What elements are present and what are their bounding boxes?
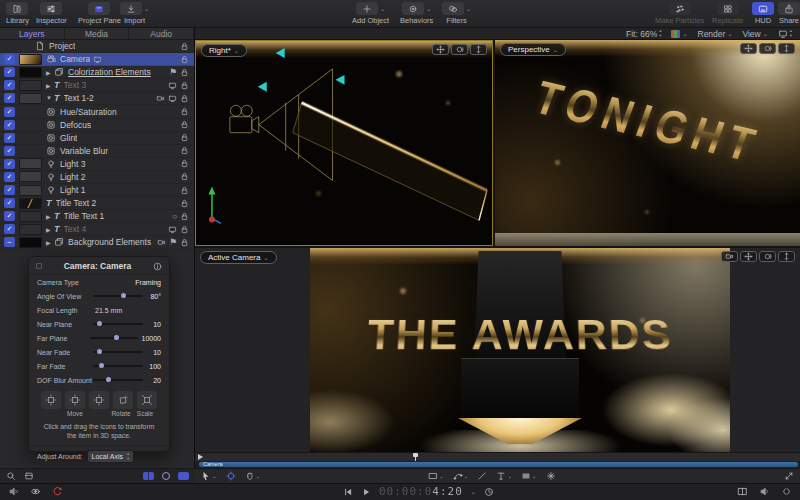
disclosure-right-icon[interactable]: ▶ xyxy=(46,82,54,89)
lock-icon[interactable] xyxy=(180,120,189,129)
viewport-right[interactable]: Right*⌄ xyxy=(195,40,493,246)
scale-tool[interactable] xyxy=(137,391,157,409)
slider[interactable] xyxy=(93,379,143,381)
layer-row-text-4[interactable]: ✓▶TText 4 xyxy=(0,223,194,236)
previous-frame-button[interactable] xyxy=(343,487,353,497)
camera-overlay-button[interactable] xyxy=(721,251,738,262)
disclosure-down-icon[interactable]: ▼ xyxy=(46,95,54,101)
rectangle-tool[interactable]: ⌄ xyxy=(428,471,444,481)
select-tool[interactable]: ⌄ xyxy=(201,471,217,481)
move-xy-tool[interactable] xyxy=(41,391,61,409)
show-shape-layers-toggle[interactable] xyxy=(162,472,170,480)
slider[interactable] xyxy=(93,351,143,353)
replicate-button[interactable]: Replicate xyxy=(712,2,743,25)
lock-icon[interactable] xyxy=(180,199,189,208)
lock-icon[interactable] xyxy=(180,172,189,181)
adjust-item-tool[interactable] xyxy=(546,471,556,481)
lock-icon[interactable] xyxy=(180,225,189,234)
layer-row-project[interactable]: Project xyxy=(0,40,194,53)
layer-checkbox[interactable]: ✓ xyxy=(4,146,15,156)
layer-row-light-1[interactable]: ✓Light 1 xyxy=(0,184,194,197)
pan-view-button[interactable] xyxy=(432,44,449,55)
move-xz-tool[interactable] xyxy=(65,391,85,409)
bezier-tool[interactable]: ⌄ xyxy=(453,471,469,481)
share-button[interactable]: Share xyxy=(778,2,800,25)
view-select-active-camera[interactable]: Active Camera⌄ xyxy=(200,251,277,264)
rotate-tool[interactable] xyxy=(113,391,133,409)
circle-icon[interactable]: ○ xyxy=(172,211,177,221)
library-button[interactable]: Library xyxy=(6,2,29,25)
layer-row-title-text-1[interactable]: ✓▶TTitle Text 1○ xyxy=(0,210,194,223)
viewport-active-camera[interactable]: THE AWARDS Active Camera⌄ xyxy=(195,248,800,452)
orbit-view-button[interactable] xyxy=(759,251,776,262)
layer-checkbox[interactable]: ✓ xyxy=(4,80,15,90)
pan-view-button[interactable] xyxy=(740,251,757,262)
layer-row-defocus[interactable]: ✓Defocus xyxy=(0,119,194,132)
dolly-view-button[interactable] xyxy=(778,43,795,54)
layer-row-background-elements[interactable]: –▶Background Elements⚑ xyxy=(0,236,194,249)
slider[interactable] xyxy=(90,337,137,339)
layer-checkbox[interactable]: ✓ xyxy=(4,54,15,64)
dolly-view-button[interactable] xyxy=(470,44,487,55)
mute-icon[interactable] xyxy=(8,486,19,497)
fit-zoom-menu[interactable]: Fit: 66%▴▾ xyxy=(626,29,661,39)
viewport-perspective[interactable]: TONIGHT Perspective⌄ xyxy=(495,40,800,246)
mask-tool[interactable]: ⌄ xyxy=(521,471,537,481)
lock-icon[interactable] xyxy=(180,42,189,51)
tab-audio[interactable]: Audio xyxy=(129,28,194,39)
flag-icon[interactable]: ⚑ xyxy=(169,67,177,77)
lock-icon[interactable] xyxy=(180,81,189,90)
layer-checkbox[interactable]: ✓ xyxy=(4,93,15,103)
view-menu[interactable]: View⌄ xyxy=(742,29,767,39)
import-button[interactable]: ⌄Import xyxy=(120,2,149,25)
lock-icon[interactable] xyxy=(180,186,189,195)
layer-checkbox[interactable]: ✓ xyxy=(4,133,15,143)
slider[interactable] xyxy=(93,365,143,367)
tab-media[interactable]: Media xyxy=(65,28,130,39)
display-menu[interactable]: ▴▾ xyxy=(778,29,792,39)
lock-icon[interactable] xyxy=(180,133,189,142)
slider[interactable] xyxy=(93,295,143,297)
show-audio-icon[interactable] xyxy=(759,486,770,497)
lock-icon[interactable] xyxy=(180,159,189,168)
layer-row-colorization-elements[interactable]: ✓▶Colorization Elements⚑ xyxy=(0,66,194,79)
show-timing-icon[interactable] xyxy=(781,486,792,497)
layer-row-text-3[interactable]: ✓▶TText 3 xyxy=(0,79,194,92)
clock-icon[interactable] xyxy=(484,487,494,497)
layer-row-glint[interactable]: ✓Glint xyxy=(0,132,194,145)
adjust-around-select[interactable]: Local Axis▴▾ xyxy=(87,450,135,463)
orbit-playback-icon[interactable] xyxy=(30,486,41,497)
flag-icon[interactable]: ⚑ xyxy=(169,237,177,247)
adjust-3d-tool[interactable] xyxy=(226,471,236,481)
layer-row-variable-blur[interactable]: ✓Variable Blur xyxy=(0,145,194,158)
play-button[interactable] xyxy=(361,487,371,497)
text-tool[interactable]: ⌄ xyxy=(496,471,512,481)
line-tool[interactable] xyxy=(477,471,487,481)
search-icon[interactable] xyxy=(6,471,16,481)
display-icon[interactable] xyxy=(168,225,177,234)
layer-checkbox[interactable]: ✓ xyxy=(4,211,15,221)
layer-checkbox[interactable]: ✓ xyxy=(4,198,15,208)
loop-record-icon[interactable] xyxy=(52,486,63,497)
camtiny-icon[interactable] xyxy=(157,238,166,247)
make-particles-button[interactable]: Make Particles xyxy=(655,2,704,25)
layer-checkbox[interactable]: ✓ xyxy=(4,107,15,117)
layer-row-light-3[interactable]: ✓Light 3 xyxy=(0,158,194,171)
camtiny-icon[interactable] xyxy=(156,94,165,103)
chevron-down-icon[interactable]: ⌄ xyxy=(471,489,476,495)
layer-checkbox[interactable]: ✓ xyxy=(4,185,15,195)
show-group-layers-toggle[interactable] xyxy=(178,472,189,480)
lock-icon[interactable] xyxy=(180,238,189,247)
layer-checkbox[interactable]: – xyxy=(4,237,15,247)
render-menu[interactable]: Render⌄ xyxy=(698,29,733,39)
popup-value[interactable]: Framing xyxy=(135,279,161,286)
disclosure-right-icon[interactable]: ▶ xyxy=(46,69,54,76)
layer-row-light-2[interactable]: ✓Light 2 xyxy=(0,171,194,184)
lock-icon[interactable] xyxy=(180,68,189,77)
view-select-perspective[interactable]: Perspective⌄ xyxy=(500,43,566,56)
add-object-button[interactable]: ⌄Add Object xyxy=(352,2,389,25)
timeline-resize-handle[interactable] xyxy=(784,471,794,481)
slider[interactable] xyxy=(93,323,143,325)
layer-row-title-text-2[interactable]: ✓TTitle Text 2 xyxy=(0,197,194,210)
inspector-button[interactable]: Inspector xyxy=(36,2,67,25)
